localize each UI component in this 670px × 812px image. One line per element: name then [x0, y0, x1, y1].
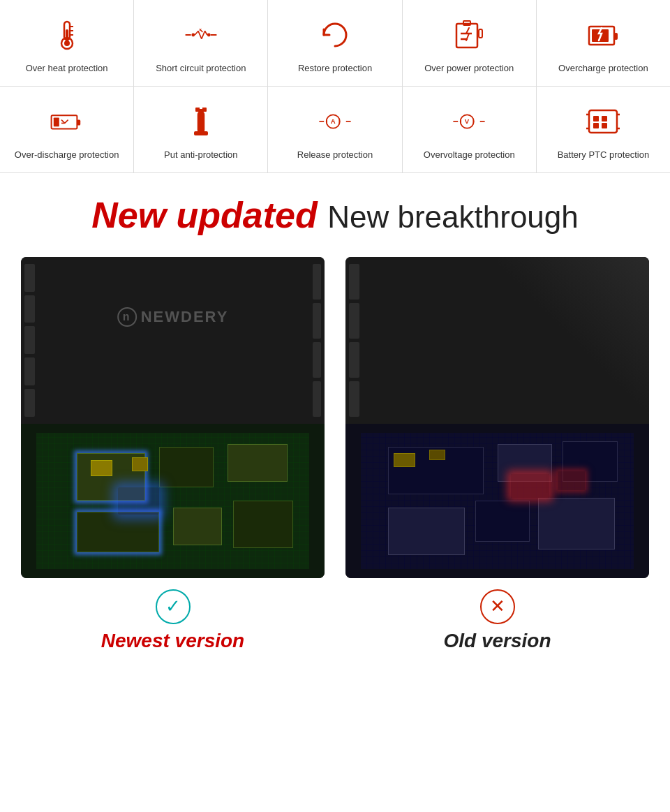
svg-rect-27	[53, 117, 59, 126]
svg-rect-49	[593, 116, 599, 121]
over-heat-label: Over heat protection	[26, 63, 108, 75]
protection-item-over-discharge: Over-discharge protection	[0, 87, 134, 172]
left-slots-new	[24, 264, 35, 417]
watermark-new: n NEWDERY	[117, 307, 229, 327]
newest-device-image: n NEWDERY	[21, 257, 325, 578]
protection-item-battery-ptc: Battery PTC protection	[537, 87, 670, 172]
old-version-item: ✕ Old version	[345, 257, 649, 652]
svg-rect-23	[614, 33, 618, 40]
thermometer-icon	[46, 14, 88, 56]
protection-item-put-anti: Put anti-protection	[134, 87, 268, 172]
protection-item-restore: Restore protection	[268, 0, 402, 86]
short-circuit-label: Short circuit protection	[156, 63, 246, 75]
protection-row-2: Over-discharge protection Put anti-prote…	[0, 87, 670, 173]
protection-item-overcharge: Overcharge protection	[537, 0, 670, 86]
new-updated-section: New updated New breakthrough	[0, 173, 670, 243]
battery-ptc-label: Battery PTC protection	[558, 149, 650, 161]
newest-version-icon: ✓	[156, 589, 191, 624]
newest-version-item: n NEWDERY	[21, 257, 325, 652]
svg-rect-33	[194, 131, 208, 135]
release-label: Release protection	[297, 149, 373, 161]
protection-item-over-power: Over power protection	[403, 0, 537, 86]
newest-version-label: Newest version	[101, 630, 244, 652]
svg-rect-3	[66, 29, 68, 42]
old-version-label: Old version	[443, 630, 551, 652]
svg-text:V: V	[465, 117, 470, 125]
new-updated-title: New updated	[91, 195, 318, 235]
svg-rect-51	[593, 123, 599, 128]
svg-line-12	[204, 31, 207, 35]
svg-rect-35	[200, 106, 202, 109]
svg-text:A: A	[331, 117, 336, 125]
protection-item-over-heat: Over heat protection	[0, 0, 134, 86]
svg-rect-52	[602, 123, 607, 128]
svg-line-9	[195, 31, 198, 35]
svg-rect-50	[602, 116, 607, 121]
put-anti-icon	[180, 101, 222, 142]
put-anti-label: Put anti-protection	[164, 149, 238, 161]
old-device-image	[345, 257, 649, 578]
svg-rect-26	[77, 119, 80, 125]
svg-rect-17	[456, 24, 477, 47]
over-discharge-icon	[46, 101, 88, 142]
old-version-icon: ✕	[480, 589, 515, 624]
svg-text:×: ×	[199, 27, 202, 33]
left-slots-old	[349, 264, 359, 417]
device-comparison: n NEWDERY	[0, 243, 670, 659]
overcharge-label: Overcharge protection	[558, 63, 648, 75]
svg-rect-32	[198, 112, 204, 133]
restore-label: Restore protection	[298, 63, 372, 75]
over-power-label: Over power protection	[424, 63, 514, 75]
over-discharge-label: Over-discharge protection	[15, 149, 119, 161]
new-breakthrough-title: New breakthrough	[327, 200, 579, 234]
restore-icon	[314, 14, 356, 56]
svg-point-8	[191, 34, 195, 37]
overcharge-icon	[582, 14, 624, 56]
short-circuit-icon: ×	[180, 14, 222, 56]
protection-item-short-circuit: × Short circuit protection	[134, 0, 268, 86]
svg-line-29	[64, 119, 68, 123]
protection-item-release: A Release protection	[268, 87, 402, 172]
svg-rect-19	[479, 29, 482, 38]
svg-point-13	[207, 34, 211, 37]
overvoltage-label: Overvoltage protection	[424, 149, 515, 161]
release-icon: A	[314, 101, 356, 142]
battery-ptc-icon	[582, 101, 624, 142]
protection-row-1: Over heat protection × Short circuit pro…	[0, 0, 670, 87]
overvoltage-icon: V	[448, 101, 490, 142]
protection-item-overvoltage: V Overvoltage protection	[403, 87, 537, 172]
over-power-icon	[448, 14, 490, 56]
